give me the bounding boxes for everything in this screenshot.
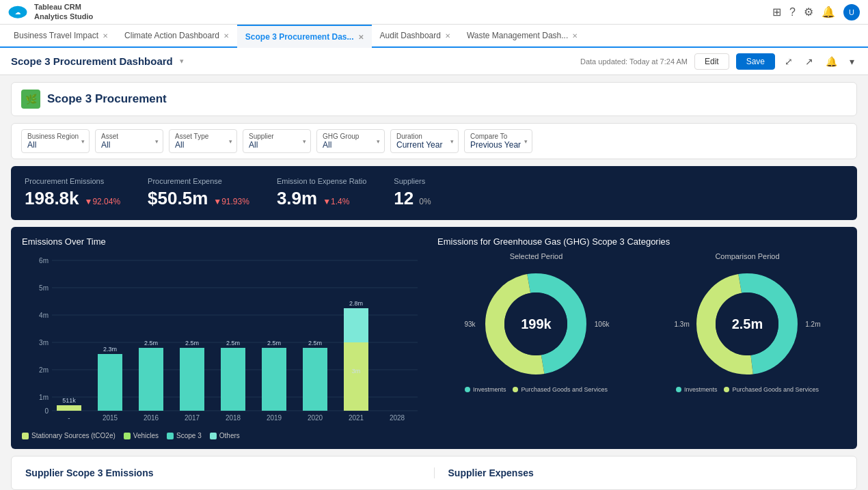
help-icon[interactable]: ? [789,6,796,18]
tab-label: Scope 3 Procurement Das... [245,32,354,42]
svg-text:2.3m: 2.3m [103,346,117,353]
bar-chart-legend: Stationary Sources (tCO2e) Vehicles Scop… [22,432,431,439]
main-content: 🌿 Scope 3 Procurement Business Region Al… [0,75,868,490]
scope-icon: 🌿 [21,90,40,109]
donut-section-title: Emissions for Greenhouse Gas (GHG) Scope… [437,236,846,247]
bottom-divider [434,467,435,478]
donut-dot-investments [465,387,470,392]
kpi-suppliers: Suppliers 12 0% [394,177,431,209]
charts-section: Emissions Over Time 6m 5m 4m 3m 2m 1m 0 [11,227,857,449]
sub-header: Scope 3 Procurement Dashboard ▾ Data upd… [0,48,868,75]
svg-rect-22 [139,348,163,411]
filter-ghg-group[interactable]: GHG Group All ▾ [316,129,385,153]
save-button[interactable]: Save [736,53,775,70]
filter-asset[interactable]: Asset All ▾ [95,129,163,153]
donut-comparison-right-label: 1.2m [805,321,820,328]
svg-text:2.8m: 2.8m [349,300,363,307]
donut-comparison-left-label: 1.3m [674,321,689,328]
bell-icon[interactable]: 🔔 [822,5,835,18]
filter-compare-to[interactable]: Compare To Previous Year ▾ [464,129,532,153]
donut-selected-period: Selected Period 199k 93k 106k [465,252,608,393]
tab-label: Audit Dashboard [380,31,441,40]
dashboard-header: 🌿 Scope 3 Procurement [11,82,857,116]
kpi-section: Procurement Emissions 198.8k ▼92.04% Pro… [11,166,857,220]
filter-supplier[interactable]: Supplier All ▾ [243,129,311,153]
tab-close-business-travel[interactable]: ✕ [103,32,108,40]
settings-icon[interactable]: ⚙ [804,5,813,18]
tab-scope3-procurement[interactable]: Scope 3 Procurement Das... ✕ [237,25,372,48]
svg-text:511k: 511k [62,397,76,404]
dashboard-header-title: Scope 3 Procurement [47,92,167,106]
svg-rect-28 [221,348,245,411]
svg-rect-34 [303,348,327,411]
svg-text:2017: 2017 [185,414,200,422]
donut-selected-center: 199k [521,316,552,332]
tab-close-waste[interactable]: ✕ [572,32,578,40]
tab-close-climate-action[interactable]: ✕ [223,32,229,40]
filter-arrow: ▾ [155,138,159,145]
data-updated: Data updated: Today at 7:24 AM [580,57,688,66]
svg-rect-38 [344,308,368,342]
tab-waste-management[interactable]: Waste Management Dash... ✕ [459,24,586,47]
donut-comparison-period: Comparison Period 2.5m 1.3m 1.2m [676,252,819,393]
donut-dot-investments-2 [676,387,681,392]
donut-section: Emissions for Greenhouse Gas (GHG) Scope… [437,236,846,439]
tab-label: Business Travel Impact [14,31,98,40]
edit-button[interactable]: Edit [694,53,729,70]
tab-close-scope3[interactable]: ✕ [358,33,364,41]
legend-dot-vehicles [124,433,131,439]
legend-vehicles: Vehicles [124,432,159,439]
kpi-procurement-expense: Procurement Expense $50.5m ▼91.93% [148,177,249,209]
legend-others: Others [210,432,240,439]
salesforce-logo: ☁ [8,5,27,19]
filter-arrow: ▾ [229,138,232,145]
dashboard-dropdown-arrow[interactable]: ▾ [180,57,184,66]
svg-text:2016: 2016 [144,414,159,422]
donut-selected-wrapper: 199k 93k 106k [478,266,594,382]
supplier-expenses-title: Supplier Expenses [448,467,843,478]
fullscreen-icon[interactable]: ⤢ [782,53,796,70]
svg-rect-31 [262,348,286,411]
kpi-procurement-emissions: Procurement Emissions 198.8k ▼92.04% [25,177,120,209]
bell-icon[interactable]: 🔔 [823,53,840,70]
legend-scope3: Scope 3 [167,432,202,439]
legend-stationary: Stationary Sources (tCO2e) [22,432,116,439]
donut-dot-purchased-2 [724,387,729,392]
filter-arrow: ▾ [377,138,380,145]
tab-audit-dashboard[interactable]: Audit Dashboard ✕ [372,24,459,47]
tab-close-audit[interactable]: ✕ [445,32,450,40]
svg-text:2015: 2015 [103,414,118,422]
avatar[interactable]: U [843,4,860,21]
donut-selected-left-label: 93k [464,321,475,328]
top-right-icons: ⊞ ? ⚙ 🔔 U [772,4,860,21]
tab-business-travel[interactable]: Business Travel Impact ✕ [5,24,116,47]
tab-climate-action[interactable]: Climate Action Dashboard ✕ [116,24,237,47]
svg-text:2.5m: 2.5m [185,340,199,346]
svg-text:2028: 2028 [390,414,405,422]
legend-dot-scope3 [167,433,174,439]
app-name: Tableau CRM Analytics Studio [34,3,93,21]
bar-chart-container: Emissions Over Time 6m 5m 4m 3m 2m 1m 0 [22,236,431,439]
svg-text:2m: 2m [39,366,49,374]
donut-dot-purchased [513,387,518,392]
dashboard-title: Scope 3 Procurement Dashboard [11,55,173,67]
bar-chart-svg: 6m 5m 4m 3m 2m 1m 0 [22,254,431,424]
svg-text:1m: 1m [39,394,49,401]
tab-label: Waste Management Dash... [467,31,568,40]
bar-chart-area: 6m 5m 4m 3m 2m 1m 0 [22,254,431,426]
bottom-section: Supplier Scope 3 Emissions Supplier Expe… [11,456,857,490]
sub-header-right: Data updated: Today at 7:24 AM Edit Save… [580,53,857,70]
grid-icon[interactable]: ⊞ [772,5,781,18]
filter-asset-type[interactable]: Asset Type All ▾ [169,129,237,153]
svg-text:2.5m: 2.5m [308,340,322,346]
filter-duration[interactable]: Duration Current Year ▾ [390,129,459,153]
svg-text:2018: 2018 [226,414,241,422]
donut-comparison-center: 2.5m [732,316,763,332]
top-bar: ☁ Tableau CRM Analytics Studio ⊞ ? ⚙ 🔔 U [0,0,868,25]
filter-business-region[interactable]: Business Region All ▾ [21,129,90,153]
kpi-emission-expense-ratio: Emission to Expense Ratio 3.9m ▼1.4% [277,177,366,209]
legend-dot-others [210,433,217,439]
more-icon[interactable]: ▾ [847,53,857,70]
share-icon[interactable]: ↗ [802,53,816,70]
supplier-scope3-emissions: Supplier Scope 3 Emissions [25,467,420,478]
